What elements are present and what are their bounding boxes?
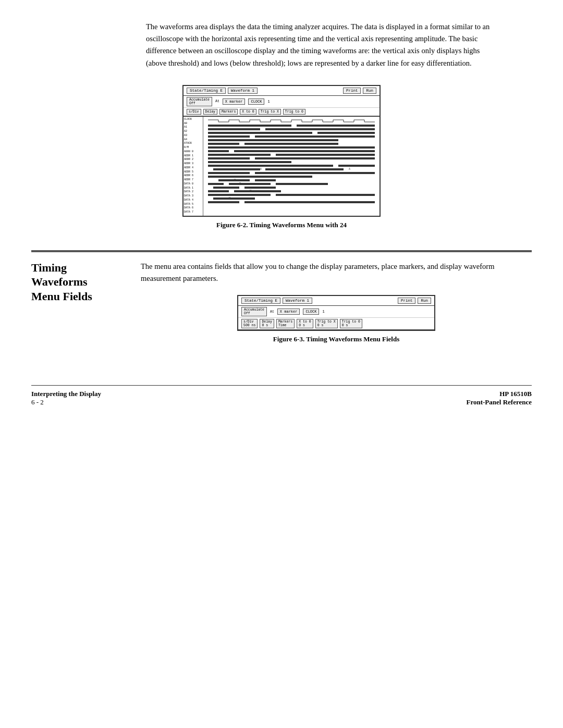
left-buttons-2: State/Timing E Waveform 1 xyxy=(241,298,312,304)
figure-2-screen: State/Timing E Waveform 1 Print Run Accu… xyxy=(237,295,435,331)
label-data1: DATA 1 xyxy=(184,187,202,191)
x-to-0-header-field-1[interactable]: X to 0 xyxy=(240,109,256,115)
svg-rect-8 xyxy=(208,139,338,141)
svg-rect-26 xyxy=(255,172,375,174)
clock-field-2[interactable]: CLOCK xyxy=(303,309,319,315)
label-data7: DATA 7 xyxy=(184,211,202,215)
clock-field-1[interactable]: CLOCK xyxy=(248,98,264,105)
at-label-1: At xyxy=(215,100,219,103)
waveform-area-1: CLOCK A0 A1 A2 A3 A4 ATACK D/M A000 0 AD… xyxy=(183,116,380,216)
delay-header-field-1[interactable]: Delay xyxy=(203,109,218,115)
svg-rect-4 xyxy=(208,132,312,134)
svg-text:M: M xyxy=(250,190,251,193)
svg-rect-13 xyxy=(234,150,375,152)
svg-rect-17 xyxy=(255,157,375,159)
accumulate-field-2[interactable]: Accumulate Off xyxy=(241,307,267,316)
label-data0: DATA 0 xyxy=(184,182,202,187)
svg-text:M: M xyxy=(229,197,230,200)
svg-rect-1 xyxy=(297,125,375,127)
label-data6: DATA 6 xyxy=(184,206,202,211)
state-timing-btn-2[interactable]: State/Timing E xyxy=(241,298,280,304)
accumulate-field-1[interactable]: Accumulate Off xyxy=(187,97,212,106)
trig-x-header-field-1[interactable]: Trig to X xyxy=(259,109,281,115)
trig-x-field-2[interactable]: Trig to X 0 s xyxy=(315,319,338,328)
svg-text:M: M xyxy=(234,179,236,182)
signal-label-list: CLOCK A0 A1 A2 A3 A4 ATACK D/M A000 0 AD… xyxy=(184,118,202,215)
waveform-svg-1: A A M M xyxy=(204,118,378,205)
svg-rect-36 xyxy=(244,187,276,189)
label-a3: A3 xyxy=(184,134,202,138)
x-marker-field-2[interactable]: X marker xyxy=(277,309,300,315)
svg-rect-14 xyxy=(208,154,271,156)
svg-rect-9 xyxy=(208,143,239,145)
svg-text:A: A xyxy=(260,168,262,171)
waveform-labels-1: CLOCK A0 A1 A2 A3 A4 ATACK D/M A000 0 AD… xyxy=(183,117,203,216)
svg-rect-18 xyxy=(208,161,291,163)
print-btn-1[interactable]: Print xyxy=(343,88,361,94)
intro-paragraph: The waveforms area displays the data the… xyxy=(146,21,500,69)
sdiv-label-2[interactable]: s/Div 500 ns xyxy=(241,319,258,328)
svg-rect-19 xyxy=(208,165,333,167)
svg-rect-42 xyxy=(213,198,255,200)
run-btn-2[interactable]: Run xyxy=(418,298,431,304)
svg-rect-20 xyxy=(338,165,375,167)
x-marker-field-1[interactable]: X marker xyxy=(223,98,246,105)
svg-rect-40 xyxy=(208,194,271,196)
svg-rect-15 xyxy=(276,154,375,156)
x-to-0-field-2[interactable]: X to 0 0 s xyxy=(297,319,313,328)
footer-left: Interpreting the Display 6 - 2 xyxy=(31,390,101,406)
svg-rect-32 xyxy=(229,183,271,185)
screen-top-bar-2: State/Timing E Waveform 1 Print Run xyxy=(238,296,434,306)
svg-rect-7 xyxy=(255,135,375,138)
label-a0: A0 xyxy=(184,122,202,126)
print-btn-2[interactable]: Print xyxy=(398,298,416,304)
svg-rect-33 xyxy=(276,183,328,185)
section-timing-waveforms: TimingWaveformsMenu Fields The menu area… xyxy=(31,250,532,364)
svg-rect-16 xyxy=(208,157,250,159)
svg-rect-22 xyxy=(265,168,344,170)
svg-rect-45 xyxy=(244,201,375,203)
svg-rect-38 xyxy=(234,190,281,192)
svg-rect-2 xyxy=(208,128,260,130)
delay-field-2[interactable]: Delay 0 s xyxy=(260,319,274,328)
label-addr2: ADDR 2 xyxy=(184,158,202,162)
footer-left-line2: 6 - 2 xyxy=(31,398,101,406)
trig-0-field-2[interactable]: Trig to 0 0 s xyxy=(340,319,362,328)
label-addr0: A000 0 xyxy=(184,150,202,154)
svg-rect-25 xyxy=(208,172,250,174)
markers-header-field-1[interactable]: Markers xyxy=(219,109,238,115)
figure-1-screen: State/Timing E Waveform 1 Print Run Accu… xyxy=(182,85,381,217)
svg-rect-29 xyxy=(255,179,276,181)
markers-field-2[interactable]: Markers Time xyxy=(276,319,295,328)
label-clock: CLOCK xyxy=(184,118,202,122)
svg-rect-21 xyxy=(213,168,260,170)
sdiv-values-row-2: s/Div 500 ns Delay 0 s Markers Time X to… xyxy=(238,318,434,330)
svg-rect-10 xyxy=(244,143,338,145)
label-addr5: ADDR 5 xyxy=(184,170,202,175)
sdiv-header-field-1[interactable]: s/Div xyxy=(187,109,201,115)
label-atack: ATACK xyxy=(184,142,202,146)
svg-rect-5 xyxy=(317,132,375,134)
run-btn-1[interactable]: Run xyxy=(363,88,376,94)
waveform-btn-1[interactable]: Waveform 1 xyxy=(228,88,258,94)
right-buttons-2: Print Run xyxy=(398,298,431,304)
label-a4: A4 xyxy=(184,138,202,142)
num-label-2: 1 xyxy=(322,310,324,314)
label-data5: DATA 5 xyxy=(184,203,202,207)
right-buttons-1: Print Run xyxy=(343,88,376,94)
accumulate-row-2: Accumulate Off At X marker CLOCK 1 xyxy=(238,306,434,318)
label-addr3: ADDR 3 xyxy=(184,162,202,166)
label-data3: DATA 3 xyxy=(184,194,202,199)
svg-rect-37 xyxy=(208,190,229,192)
svg-rect-44 xyxy=(208,201,239,203)
footer-right: HP 16510B Front-Panel Reference xyxy=(467,390,532,406)
page-footer: Interpreting the Display 6 - 2 HP 16510B… xyxy=(31,385,532,406)
svg-text:A: A xyxy=(349,168,350,171)
trig-0-header-field-1[interactable]: Trig to 0 xyxy=(283,109,305,115)
state-timing-btn-1[interactable]: State/Timing E xyxy=(187,88,226,94)
section-body: The menu area contains fields that allow… xyxy=(141,261,532,364)
label-addr6: ADDR 6 xyxy=(184,174,202,178)
label-a2: A2 xyxy=(184,130,202,134)
label-dm: D/M xyxy=(184,146,202,150)
waveform-btn-2[interactable]: Waveform 1 xyxy=(283,298,312,304)
